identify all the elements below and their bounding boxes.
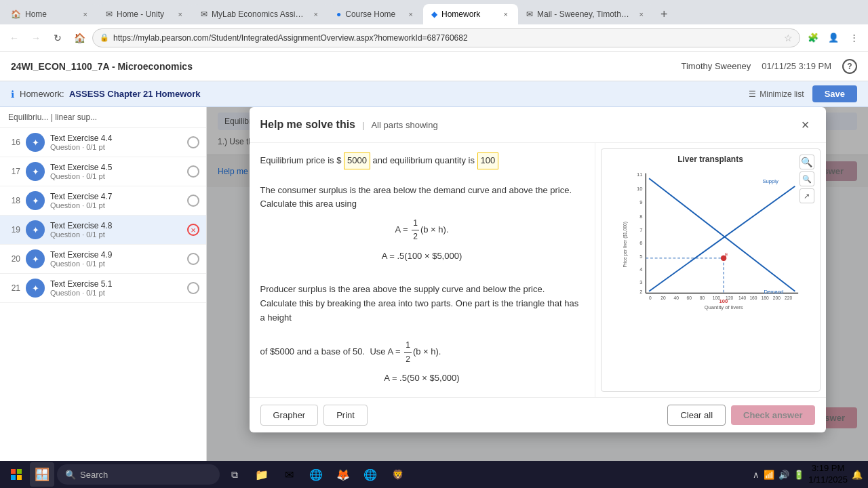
- taskbar-chrome[interactable]: 🌐: [358, 462, 382, 487]
- svg-text:0: 0: [649, 296, 652, 300]
- modal-separator: |: [362, 120, 364, 130]
- taskbar-search-bar[interactable]: 🔍 Search: [57, 464, 220, 485]
- item-badge-16[interactable]: [187, 136, 199, 148]
- svg-text:220: 220: [785, 296, 792, 300]
- notification-icon[interactable]: 🔔: [852, 470, 863, 480]
- system-tray: ∧ 📶 🔊 🔋 3:19 PM 1/11/2025 🔔: [753, 463, 863, 486]
- item-num-20: 20: [7, 254, 20, 264]
- item-sub-17: Question · 0/1 pt: [50, 172, 182, 180]
- minimize-icon: ☰: [749, 89, 756, 99]
- modal-clear-all-button[interactable]: Clear all: [667, 405, 726, 426]
- tray-up-icon[interactable]: ∧: [753, 470, 760, 480]
- svg-text:Demand: Demand: [764, 289, 783, 295]
- help-icon[interactable]: ?: [842, 59, 857, 74]
- back-button[interactable]: ←: [5, 29, 23, 47]
- item-icon-17: ✦: [26, 162, 45, 181]
- tab-home[interactable]: 🏠 Home ×: [3, 4, 98, 24]
- svg-text:10: 10: [637, 186, 643, 192]
- item-badge-18[interactable]: [187, 195, 199, 207]
- reload-button[interactable]: ↻: [49, 29, 66, 47]
- sidebar-item-16[interactable]: 16 ✦ Text Exercise 4.4 Question · 0/1 pt: [0, 128, 206, 157]
- tab-home-unity-close[interactable]: ×: [176, 9, 184, 19]
- svg-text:40: 40: [673, 296, 679, 300]
- chart-svg: 11 10 9 8 7 6 5 4 3 2: [607, 167, 814, 316]
- item-details-17: Text Exercise 4.5 Question · 0/1 pt: [50, 163, 182, 180]
- modal-left-content: Equilibrium price is $ 5000 and equilibr…: [250, 143, 595, 397]
- zoom-in-button[interactable]: 🔍: [800, 155, 814, 169]
- menu-button[interactable]: ⋮: [845, 29, 863, 47]
- tab-course-home-label: Course Home: [345, 9, 402, 19]
- sidebar-item-21[interactable]: 21 ✦ Text Exercise 5.1 Question · 0/1 pt: [0, 274, 206, 303]
- modal-close-button[interactable]: ×: [796, 115, 815, 134]
- tab-course-home-close[interactable]: ×: [407, 9, 415, 19]
- chart-zoom-controls: 🔍 🔍 ↗: [800, 155, 814, 203]
- item-badge-21[interactable]: [187, 282, 199, 294]
- modal-check-answer-button[interactable]: Check answer: [731, 405, 814, 425]
- item-icon-21: ✦: [26, 279, 45, 298]
- item-badge-19[interactable]: [187, 224, 199, 236]
- sidebar-header: Equilibriu... | linear sup...: [0, 107, 206, 128]
- battery-icon[interactable]: 🔋: [793, 470, 804, 480]
- svg-rect-36: [17, 469, 22, 474]
- volume-icon[interactable]: 🔊: [778, 470, 789, 480]
- chart-title: Liver transplants: [607, 155, 814, 164]
- home-nav-button[interactable]: 🏠: [71, 29, 88, 47]
- tab-mylab[interactable]: ✉ MyLab Economics Assignme... ×: [193, 4, 328, 24]
- lock-icon: 🔒: [100, 33, 109, 42]
- price-highlight: 5000: [344, 152, 370, 169]
- modal-title: Help me solve this: [260, 119, 356, 131]
- network-icon[interactable]: 📶: [764, 470, 774, 480]
- taskbar-file-explorer[interactable]: 📁: [250, 462, 274, 487]
- tab-mail-close[interactable]: ×: [637, 9, 646, 19]
- item-icon-20: ✦: [26, 249, 45, 268]
- modal-body: Equilibrium price is $ 5000 and equilibr…: [250, 143, 826, 397]
- modal-subtitle: All parts showing: [371, 120, 437, 130]
- extensions-button[interactable]: 🧩: [804, 29, 822, 47]
- sidebar-item-17[interactable]: 17 ✦ Text Exercise 4.5 Question · 0/1 pt: [0, 157, 206, 186]
- main-area: Equilibriu... | linear sup... 16 ✦ Text …: [0, 107, 868, 461]
- tab-home-close[interactable]: ×: [81, 9, 90, 19]
- equation-1: A = 12(b × h).: [260, 217, 584, 243]
- tab-home-icon: 🏠: [11, 9, 21, 19]
- system-clock[interactable]: 3:19 PM 1/11/2025: [808, 463, 848, 486]
- item-sub-20: Question · 0/1 pt: [50, 260, 182, 268]
- sidebar-item-19[interactable]: 19 ✦ Text Exercise 4.8 Question · 0/1 pt: [0, 216, 206, 245]
- bookmark-icon[interactable]: ☆: [784, 33, 793, 43]
- zoom-out-button[interactable]: 🔍: [800, 171, 814, 186]
- print-button[interactable]: Print: [323, 405, 368, 426]
- sidebar-item-18[interactable]: 18 ✦ Text Exercise 4.7 Question · 0/1 pt: [0, 186, 206, 216]
- tab-mylab-label: MyLab Economics Assignme...: [212, 9, 308, 19]
- taskbar-app-1[interactable]: 🪟: [30, 462, 54, 487]
- save-button[interactable]: Save: [812, 85, 857, 102]
- minimize-list-button[interactable]: ☰ Minimize list: [749, 89, 804, 99]
- taskbar-mail[interactable]: ✉: [277, 462, 301, 487]
- tab-homework-close[interactable]: ×: [502, 9, 510, 19]
- taskbar-brave[interactable]: 🦁: [385, 462, 410, 487]
- url-bar[interactable]: 🔒 https://mylab.pearson.com/Student/Inte…: [92, 28, 800, 47]
- start-button[interactable]: [5, 464, 27, 485]
- taskbar-task-view[interactable]: ⧉: [222, 462, 247, 487]
- item-badge-20[interactable]: [187, 253, 199, 265]
- profile-button[interactable]: 👤: [825, 29, 842, 47]
- forward-button[interactable]: →: [27, 29, 45, 47]
- item-badge-17[interactable]: [187, 165, 199, 178]
- tab-mail[interactable]: ✉ Mail - Sweeney, Timothy - C... ×: [518, 4, 654, 24]
- sidebar-item-20[interactable]: 20 ✦ Text Exercise 4.9 Question · 0/1 pt: [0, 245, 206, 274]
- tab-mylab-close[interactable]: ×: [312, 9, 320, 19]
- svg-text:9: 9: [639, 199, 642, 205]
- taskbar-browser-2[interactable]: 🦊: [331, 462, 355, 487]
- sidebar: Equilibriu... | linear sup... 16 ✦ Text …: [0, 107, 207, 461]
- new-tab-button[interactable]: +: [654, 4, 675, 24]
- tab-home-unity[interactable]: ✉ Home - Unity ×: [98, 4, 193, 24]
- taskbar-browser-1[interactable]: 🌐: [304, 462, 328, 487]
- item-num-16: 16: [7, 138, 20, 147]
- grapher-button[interactable]: Grapher: [260, 405, 319, 426]
- svg-text:4: 4: [639, 266, 643, 272]
- tab-homework[interactable]: ◆ Homework ×: [423, 4, 518, 24]
- info-icon: ℹ: [11, 89, 14, 100]
- modal-header: Help me solve this | All parts showing ×: [250, 107, 826, 143]
- tab-course-home[interactable]: ● Course Home ×: [328, 4, 423, 24]
- item-details-21: Text Exercise 5.1 Question · 0/1 pt: [50, 279, 182, 297]
- expand-button[interactable]: ↗: [800, 188, 814, 203]
- svg-text:3: 3: [639, 279, 642, 285]
